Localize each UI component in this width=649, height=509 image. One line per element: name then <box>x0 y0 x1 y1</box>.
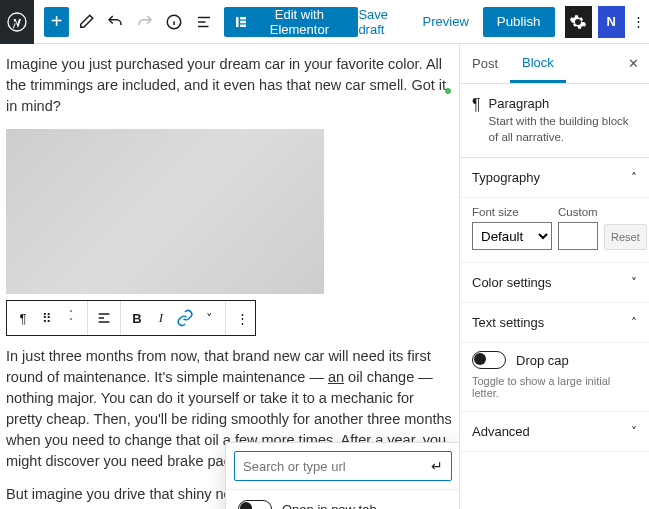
svg-rect-2 <box>236 16 239 26</box>
open-new-tab-toggle[interactable] <box>238 500 272 509</box>
top-toolbar: + Edit with Elementor Save draft Preview… <box>0 0 649 44</box>
edit-icon[interactable] <box>73 7 98 37</box>
info-icon[interactable] <box>162 7 187 37</box>
close-icon[interactable]: ✕ <box>618 56 649 71</box>
save-draft-link[interactable]: Save draft <box>358 7 408 37</box>
outline-icon[interactable] <box>191 7 216 37</box>
tab-post[interactable]: Post <box>460 44 510 83</box>
move-arrows-icon[interactable]: ˄˅ <box>61 308 81 328</box>
font-size-select[interactable]: Default <box>472 222 552 250</box>
link-url-input[interactable] <box>243 459 431 474</box>
open-new-tab-label: Open in new tab <box>282 502 377 510</box>
custom-label: Custom <box>558 206 598 218</box>
add-block-button[interactable]: + <box>44 7 69 37</box>
link-icon[interactable] <box>175 308 195 328</box>
panel-typography[interactable]: Typography ˄ <box>460 158 649 198</box>
italic-icon[interactable]: I <box>151 308 171 328</box>
sidebar-tabs: Post Block ✕ <box>460 44 649 84</box>
redo-icon[interactable] <box>132 7 157 37</box>
plugin-n-button[interactable]: N <box>598 6 625 38</box>
status-dot-icon <box>445 88 451 94</box>
chevron-up-icon: ˄ <box>631 316 637 330</box>
dropcap-toggle[interactable] <box>472 351 506 369</box>
submit-icon[interactable]: ↵ <box>431 458 443 474</box>
panel-color[interactable]: Color settings ˅ <box>460 263 649 303</box>
paragraph-icon[interactable]: ¶ <box>13 308 33 328</box>
dropcap-label: Drop cap <box>516 353 569 368</box>
link-popover: ↵ Open in new tab <box>225 442 459 509</box>
panel-text-settings[interactable]: Text settings ˄ <box>460 303 649 343</box>
settings-sidebar: Post Block ✕ ¶ Paragraph Start with the … <box>459 44 649 509</box>
chevron-down-icon: ˅ <box>631 425 637 439</box>
tab-block[interactable]: Block <box>510 44 566 83</box>
chevron-down-icon[interactable]: ˅ <box>199 308 219 328</box>
inline-link[interactable]: an <box>328 369 344 385</box>
paragraph-icon: ¶ <box>472 96 481 145</box>
preview-link[interactable]: Preview <box>423 14 469 29</box>
bold-icon[interactable]: B <box>127 308 147 328</box>
block-title: Paragraph <box>489 96 637 111</box>
wordpress-logo[interactable] <box>0 0 34 44</box>
block-info: ¶ Paragraph Start with the building bloc… <box>460 84 649 158</box>
custom-size-input[interactable] <box>558 222 598 250</box>
block-desc: Start with the building block of all nar… <box>489 114 637 145</box>
panel-advanced[interactable]: Advanced ˅ <box>460 412 649 452</box>
editor-area: Imagine you just purchased your dream ca… <box>0 44 459 509</box>
dropcap-hint: Toggle to show a large initial letter. <box>472 375 637 399</box>
link-url-field[interactable]: ↵ <box>234 451 452 481</box>
elementor-label: Edit with Elementor <box>252 7 346 37</box>
elementor-button[interactable]: Edit with Elementor <box>224 7 358 37</box>
svg-rect-4 <box>241 20 247 23</box>
block-toolbar: ¶ ⠿ ˄˅ B I ˅ ⋮ <box>6 300 256 336</box>
font-size-label: Font size <box>472 206 552 218</box>
drag-handle-icon[interactable]: ⠿ <box>37 308 57 328</box>
reset-button[interactable]: Reset <box>604 224 647 250</box>
svg-rect-3 <box>241 16 247 19</box>
undo-icon[interactable] <box>103 7 128 37</box>
align-icon[interactable] <box>94 308 114 328</box>
chevron-up-icon: ˄ <box>631 171 637 185</box>
svg-point-0 <box>8 13 26 31</box>
svg-rect-5 <box>241 24 247 27</box>
chevron-down-icon: ˅ <box>631 276 637 290</box>
more-menu-icon[interactable]: ⋮ <box>629 6 649 38</box>
publish-button[interactable]: Publish <box>483 7 555 37</box>
settings-button[interactable] <box>565 6 592 38</box>
more-options-icon[interactable]: ⋮ <box>232 308 252 328</box>
image-block[interactable] <box>6 129 324 294</box>
paragraph-block[interactable]: Imagine you just purchased your dream ca… <box>6 54 453 117</box>
